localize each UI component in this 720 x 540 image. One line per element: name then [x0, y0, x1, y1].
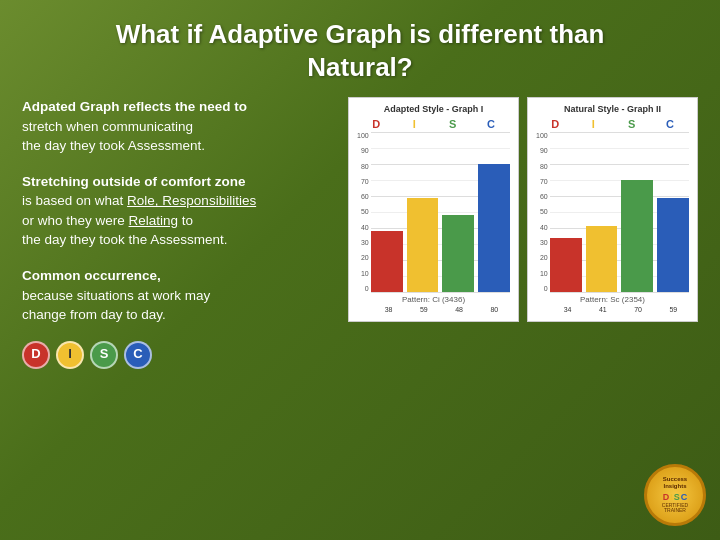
disc-i-label-g2: I	[582, 118, 604, 130]
slide: What if Adaptive Graph is different than…	[0, 0, 720, 540]
bar-c-g1	[478, 164, 510, 292]
graph-1-title: Adapted Style - Graph I	[357, 104, 510, 114]
bar-s-g2	[621, 180, 653, 292]
left-text: Adpated Graph reflects the need to stret…	[22, 97, 332, 369]
disc-icons-row: D I S C	[22, 341, 332, 369]
paragraph-1: Adpated Graph reflects the need to stret…	[22, 97, 332, 156]
disc-d-label-g2: D	[544, 118, 566, 130]
disc-icon-s: S	[90, 341, 118, 369]
bar-c-g2	[657, 198, 689, 292]
bar-s-g1	[442, 215, 474, 292]
disc-icon-c: C	[124, 341, 152, 369]
bar-d-g2	[550, 238, 582, 292]
bar-i-g2	[586, 226, 618, 292]
disc-icon-i: I	[56, 341, 84, 369]
disc-i-label-g1: I	[403, 118, 425, 130]
disc-d-label-g1: D	[365, 118, 387, 130]
disc-s-label-g2: S	[621, 118, 643, 130]
graphs-area: Adapted Style - Graph I D I S C 100 90 8…	[348, 97, 698, 322]
paragraph-2: Stretching outside of comfort zone is ba…	[22, 172, 332, 250]
slide-title: What if Adaptive Graph is different than…	[22, 18, 698, 83]
disc-c-label-g1: C	[480, 118, 502, 130]
graph-1-disc-labels: D I S C	[357, 118, 510, 130]
graph-2-pattern: Pattern: Sc (2354)	[536, 295, 689, 304]
cert-disc-letters: D I S C	[663, 492, 688, 502]
graph-2-title: Natural Style - Graph II	[536, 104, 689, 114]
cert-circle: SuccessInsights D I S C CERTIFIEDTRAINER	[644, 464, 706, 526]
bar-i-g1	[407, 198, 439, 292]
paragraph-3: Common occurrence, because situations at…	[22, 266, 332, 325]
disc-s-label-g1: S	[442, 118, 464, 130]
graph-2: Natural Style - Graph II D I S C 100 90 …	[527, 97, 698, 322]
graph-2-disc-labels: D I S C	[536, 118, 689, 130]
disc-icon-d: D	[22, 341, 50, 369]
graph-1: Adapted Style - Graph I D I S C 100 90 8…	[348, 97, 519, 322]
cert-badge: SuccessInsights D I S C CERTIFIEDTRAINER	[644, 464, 706, 526]
content-area: Adpated Graph reflects the need to stret…	[22, 97, 698, 369]
graph-1-pattern: Pattern: Ci (3436)	[357, 295, 510, 304]
bar-d-g1	[371, 231, 403, 292]
disc-c-label-g2: C	[659, 118, 681, 130]
